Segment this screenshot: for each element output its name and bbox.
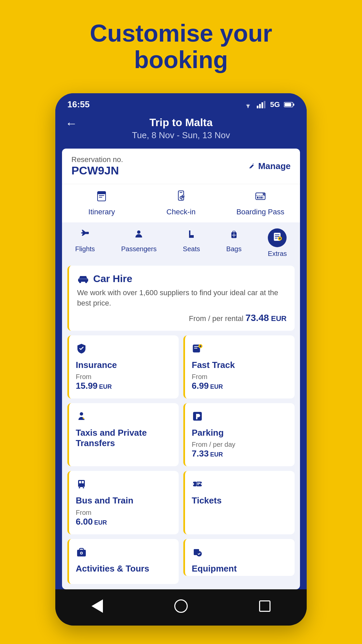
svg-rect-50 bbox=[82, 481, 84, 483]
fast-track-currency: EUR bbox=[210, 383, 223, 390]
tab-itinerary[interactable]: Itinerary bbox=[62, 184, 141, 222]
svg-point-64 bbox=[81, 552, 82, 554]
flights-label: Flights bbox=[75, 245, 95, 253]
insurance-card[interactable]: Insurance From 15.99 EUR bbox=[67, 335, 179, 398]
taxis-card[interactable]: Taxis and Private Transfers bbox=[67, 403, 179, 466]
car-hire-from: From / per rental bbox=[189, 314, 244, 323]
car-icon bbox=[77, 274, 89, 284]
svg-rect-32 bbox=[275, 234, 280, 235]
phone-frame: 16:55 5G bbox=[55, 93, 307, 625]
svg-rect-21 bbox=[260, 197, 262, 199]
svg-rect-12 bbox=[98, 192, 106, 194]
recent-nav-button[interactable] bbox=[255, 596, 275, 616]
passengers-label: Passengers bbox=[121, 245, 157, 253]
svg-rect-33 bbox=[275, 236, 280, 237]
svg-rect-49 bbox=[79, 481, 81, 483]
page-headline: Customise your booking bbox=[90, 20, 272, 73]
tab-checkin[interactable]: Check-in bbox=[141, 184, 221, 222]
svg-point-57 bbox=[201, 483, 203, 485]
svg-rect-10 bbox=[99, 195, 104, 196]
car-hire-card[interactable]: Car Hire We work with over 1,600 supplie… bbox=[67, 266, 295, 331]
wifi-icon bbox=[243, 101, 253, 108]
grid-row-1: Insurance From 15.99 EUR bbox=[67, 335, 295, 398]
insurance-icon bbox=[76, 343, 172, 357]
network-type: 5G bbox=[270, 100, 280, 109]
nav-item-flights[interactable]: Flights bbox=[71, 228, 99, 258]
fast-track-card[interactable]: Fast Track From 6.99 EUR bbox=[183, 335, 295, 398]
parking-price: 7.33 bbox=[192, 448, 209, 459]
app-header: ← Trip to Malta Tue, 8 Nov - Sun, 13 Nov bbox=[55, 113, 307, 149]
flights-icon bbox=[79, 228, 91, 243]
car-hire-price: 73.48 bbox=[245, 313, 269, 323]
insurance-title: Insurance bbox=[76, 360, 172, 370]
back-button[interactable]: ← bbox=[65, 116, 77, 130]
equipment-icon bbox=[192, 546, 288, 560]
activities-card[interactable]: Activities & Tours bbox=[67, 539, 179, 584]
svg-rect-55 bbox=[193, 482, 202, 486]
trip-title: Trip to Malta bbox=[67, 116, 295, 129]
fast-track-from: From bbox=[192, 373, 288, 381]
grid-row-4: Activities & Tours Equipment From 15.00 … bbox=[67, 539, 295, 584]
parking-title: Parking bbox=[192, 428, 288, 438]
svg-point-25 bbox=[137, 230, 140, 234]
svg-rect-60 bbox=[197, 484, 199, 485]
svg-rect-3 bbox=[261, 102, 263, 108]
manage-button[interactable]: Manage bbox=[248, 161, 291, 171]
itinerary-label: Itinerary bbox=[88, 208, 115, 216]
svg-rect-6 bbox=[293, 104, 294, 106]
svg-point-0 bbox=[247, 107, 248, 108]
bus-train-price: 6.00 bbox=[76, 517, 93, 527]
svg-point-52 bbox=[79, 487, 80, 489]
back-nav-button[interactable] bbox=[87, 596, 107, 616]
car-hire-desc: We work with over 1,600 suppliers to fin… bbox=[77, 288, 287, 309]
svg-rect-14 bbox=[180, 192, 182, 193]
bottom-nav bbox=[55, 589, 307, 626]
parking-icon bbox=[192, 411, 288, 424]
checkin-label: Check-in bbox=[167, 208, 196, 216]
svg-point-38 bbox=[85, 281, 87, 283]
nav-item-seats[interactable]: Seats bbox=[179, 228, 204, 258]
svg-point-37 bbox=[79, 281, 81, 283]
svg-rect-59 bbox=[197, 483, 200, 484]
car-hire-currency: EUR bbox=[271, 314, 287, 323]
equipment-card[interactable]: Equipment From 15.00 EUR bbox=[183, 539, 295, 576]
nav-item-bags[interactable]: Bags bbox=[222, 228, 246, 258]
tab-boarding[interactable]: Boarding Pass bbox=[221, 184, 300, 222]
parking-from: From / per day bbox=[192, 441, 288, 448]
parking-currency: EUR bbox=[210, 451, 223, 458]
grid-row-2: Taxis and Private Transfers Parking From… bbox=[67, 403, 295, 466]
equipment-title: Equipment bbox=[192, 564, 288, 574]
extras-icon bbox=[272, 232, 282, 244]
tickets-icon bbox=[192, 478, 288, 492]
bus-train-currency: EUR bbox=[94, 519, 107, 526]
pencil-icon bbox=[248, 163, 255, 170]
svg-point-45 bbox=[80, 412, 83, 416]
fast-track-price: 6.99 bbox=[192, 381, 209, 391]
fast-track-icon bbox=[192, 343, 288, 357]
svg-rect-39 bbox=[78, 278, 88, 279]
nav-item-passengers[interactable]: Passengers bbox=[117, 228, 161, 258]
svg-rect-28 bbox=[233, 231, 235, 233]
bus-train-card[interactable]: Bus and Train From 6.00 EUR bbox=[67, 471, 179, 534]
seats-icon bbox=[186, 228, 197, 243]
insurance-from: From bbox=[76, 373, 172, 381]
nav-item-extras[interactable]: Extras bbox=[264, 228, 291, 258]
fast-track-title: Fast Track bbox=[192, 360, 288, 370]
svg-rect-20 bbox=[259, 197, 260, 199]
car-hire-title: Car Hire bbox=[93, 273, 132, 284]
reservation-label: Reservation no. bbox=[71, 155, 123, 164]
svg-rect-42 bbox=[194, 346, 199, 347]
activities-icon bbox=[76, 546, 172, 560]
tickets-card[interactable]: Tickets bbox=[183, 471, 295, 534]
insurance-currency: EUR bbox=[99, 383, 112, 390]
battery-icon bbox=[284, 102, 295, 108]
svg-rect-11 bbox=[99, 197, 102, 198]
svg-rect-1 bbox=[257, 106, 258, 108]
svg-rect-4 bbox=[264, 101, 265, 108]
bus-train-from: From bbox=[76, 509, 172, 517]
bags-icon bbox=[228, 228, 240, 243]
parking-card[interactable]: Parking From / per day 7.33 EUR bbox=[183, 403, 295, 466]
home-nav-button[interactable] bbox=[171, 596, 191, 616]
svg-rect-2 bbox=[259, 104, 261, 108]
checkin-icon bbox=[175, 190, 187, 205]
